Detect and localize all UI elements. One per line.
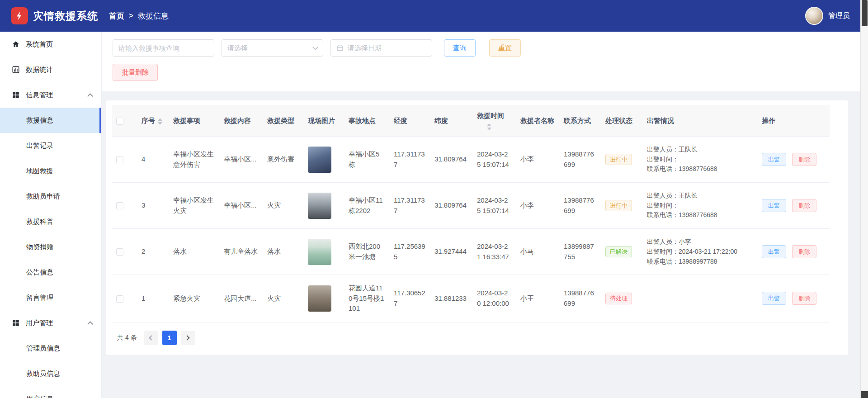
- delete-button[interactable]: 删除: [792, 153, 816, 166]
- sidebar-group-label: 用户管理: [26, 319, 53, 327]
- date-picker[interactable]: 请选择日期: [330, 39, 432, 57]
- sidebar-item-message-management[interactable]: 留言管理: [0, 285, 101, 310]
- sidebar-item-rescue-science[interactable]: 救援科普: [0, 209, 101, 234]
- sidebar-group-info-management[interactable]: 信息管理: [0, 82, 101, 108]
- dispatch-time: 出警时间：: [647, 155, 753, 165]
- cell-type: 落水: [263, 229, 303, 275]
- scene-photo[interactable]: [308, 239, 331, 265]
- sidebar-group-user-management[interactable]: 用户管理: [0, 310, 101, 336]
- col-header-time[interactable]: 救援时间: [472, 105, 516, 137]
- cell-content: 幸福小区...: [219, 137, 263, 183]
- reset-button[interactable]: 重置: [489, 39, 521, 57]
- dispatch-button[interactable]: 出警: [762, 153, 786, 166]
- cell-location: 幸福小区11栋2202: [344, 183, 389, 229]
- scene-photo[interactable]: [308, 147, 331, 173]
- cell-dispatch-info: [642, 275, 757, 322]
- chevron-up-icon: [87, 93, 93, 99]
- prev-page-button[interactable]: [144, 331, 158, 345]
- cell-type: 意外伤害: [263, 137, 303, 183]
- delete-button[interactable]: 删除: [792, 245, 816, 258]
- dispatch-time: 出警时间：2024-03-21 17:22:00: [647, 247, 753, 257]
- scene-photo[interactable]: [308, 193, 331, 219]
- cell-seq: 3: [137, 183, 169, 229]
- cell-type: 火灾: [263, 275, 303, 322]
- col-header-location: 事故地点: [344, 105, 389, 137]
- sidebar-item-map-rescue[interactable]: 地图救援: [0, 158, 101, 184]
- query-button[interactable]: 查询: [444, 39, 476, 57]
- sidebar-item-label: 地图救援: [26, 167, 53, 175]
- sidebar-item-rescue-info[interactable]: 救援信息: [0, 108, 101, 133]
- sort-icons[interactable]: [487, 123, 491, 130]
- cell-lat: 31.809764: [430, 137, 472, 183]
- col-header-photo: 现场图片: [303, 105, 344, 137]
- scrollbar-thumb[interactable]: [862, 0, 868, 26]
- sidebar-item-home[interactable]: 系统首页: [0, 32, 101, 57]
- user-menu[interactable]: 管理员: [805, 7, 850, 25]
- select-all-checkbox[interactable]: [116, 118, 123, 125]
- chart-icon: [12, 66, 20, 74]
- dispatch-button[interactable]: 出警: [762, 292, 786, 305]
- delete-button[interactable]: 删除: [792, 292, 816, 305]
- cell-location: 西郊北200米一池塘: [344, 229, 389, 275]
- sidebar-item-user-info[interactable]: 用户信息: [0, 386, 101, 398]
- sort-asc-icon[interactable]: [158, 118, 162, 121]
- row-checkbox[interactable]: [116, 156, 123, 163]
- type-select[interactable]: 请选择: [222, 39, 323, 57]
- cell-event: 落水: [169, 229, 219, 275]
- vertical-scrollbar[interactable]: [860, 0, 868, 398]
- page-number-button[interactable]: 1: [162, 331, 177, 345]
- user-avatar[interactable]: [805, 7, 823, 25]
- sidebar-item-label: 公告信息: [26, 268, 53, 277]
- top-bar: 灾情救援系统 首页 > 救援信息 管理员: [0, 0, 868, 32]
- keyword-search-input[interactable]: [113, 39, 214, 57]
- sort-desc-icon[interactable]: [158, 122, 162, 125]
- batch-delete-button[interactable]: 批量删除: [113, 64, 158, 81]
- sort-icons[interactable]: [158, 118, 162, 125]
- app-logo-icon: [11, 7, 28, 24]
- cell-location: 花园大道110号15号楼1101: [344, 275, 389, 322]
- sidebar-item-admin-info[interactable]: 管理员信息: [0, 336, 101, 361]
- sidebar-item-rescuer-info[interactable]: 救助员信息: [0, 361, 101, 386]
- next-page-button[interactable]: [181, 331, 195, 345]
- scene-photo[interactable]: [308, 285, 331, 312]
- cell-lng: 117.311737: [389, 137, 430, 183]
- dispatch-person: 出警人员：小李: [647, 237, 753, 247]
- sort-asc-icon[interactable]: [487, 123, 491, 126]
- sidebar-item-rescuer-application[interactable]: 救助员申请: [0, 184, 101, 209]
- home-icon: [12, 40, 20, 48]
- cell-phone: 13988776699: [559, 275, 601, 322]
- dispatch-button[interactable]: 出警: [762, 245, 786, 258]
- sidebar-item-statistics[interactable]: 数据统计: [0, 57, 101, 82]
- cell-seq: 4: [137, 137, 169, 183]
- batch-toolbar: 批量删除: [113, 64, 851, 81]
- col-header-seq[interactable]: 序号: [137, 105, 169, 137]
- sidebar: 系统首页 数据统计 信息管理 救援信息 出警记录 地图救援 救助员申请 救援科普…: [0, 32, 102, 398]
- cell-phone: 13988776699: [559, 137, 601, 183]
- breadcrumb: 首页 > 救援信息: [109, 11, 169, 21]
- row-checkbox[interactable]: [116, 202, 123, 209]
- cell-time: 2024-03-21 16:33:47: [472, 229, 516, 275]
- filter-row: 请选择 请选择日期 查询 重置: [113, 39, 851, 57]
- sidebar-item-material-donation[interactable]: 物资捐赠: [0, 234, 101, 260]
- row-checkbox[interactable]: [116, 295, 123, 303]
- cell-seq: 2: [137, 229, 169, 275]
- sidebar-item-label: 管理员信息: [26, 344, 60, 353]
- sort-desc-icon[interactable]: [487, 128, 491, 130]
- dispatch-time: 出警时间：: [647, 201, 753, 211]
- dispatch-button[interactable]: 出警: [762, 199, 786, 212]
- cell-event: 幸福小区发生意外伤害: [169, 137, 219, 183]
- delete-button[interactable]: 删除: [792, 199, 816, 212]
- sidebar-item-announcements[interactable]: 公告信息: [0, 260, 101, 285]
- sidebar-item-dispatch-records[interactable]: 出警记录: [0, 133, 101, 158]
- rescue-info-table: 序号 救援事项 救援内容 救援类型 现场图片 事故地点 经度 纬度 救援时间 救…: [112, 105, 830, 322]
- table-row: 2 落水 有儿童落水 落水 西郊北200米一池塘 117.256395 31.9…: [112, 229, 830, 275]
- row-checkbox[interactable]: [116, 248, 123, 256]
- cell-content: 幸福小区...: [219, 183, 263, 229]
- col-header-lng: 经度: [389, 105, 430, 137]
- dispatch-phone: 联系电话：13988997788: [647, 257, 753, 267]
- main-content: 请选择 请选择日期 查询 重置 批量删除: [102, 32, 860, 398]
- sidebar-item-label: 留言管理: [26, 294, 53, 302]
- chevron-left-icon: [149, 335, 154, 340]
- breadcrumb-home[interactable]: 首页: [109, 11, 124, 21]
- table-card: 序号 救援事项 救援内容 救援类型 现场图片 事故地点 经度 纬度 救援时间 救…: [106, 100, 848, 355]
